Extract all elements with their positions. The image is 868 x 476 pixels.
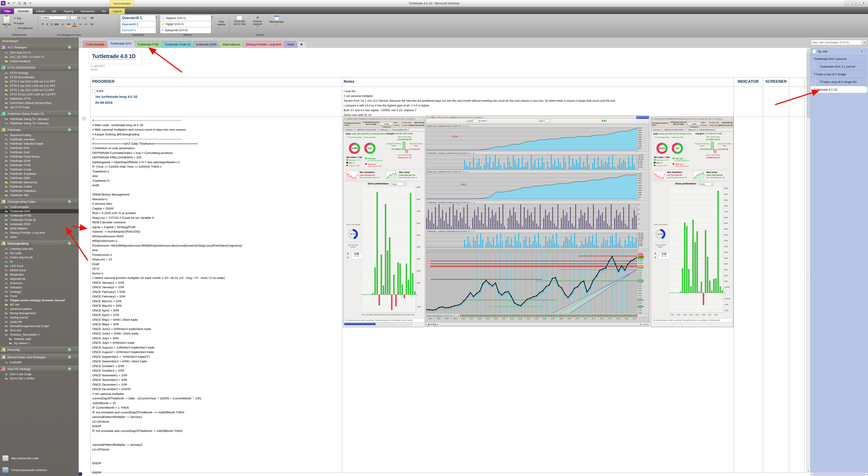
sidebar-section-item[interactable]: IG (0, 259, 79, 264)
code-line[interactable]: // Definition of code parameters (92, 146, 341, 151)
report-tab[interactable]: Orders list (378, 128, 390, 131)
section-tab[interactable]: ✱ (297, 41, 307, 48)
new-page-button[interactable]: Ny side ▼ › (811, 48, 868, 55)
sidebar-section-item[interactable]: Pathfinder indicator-Graph (0, 141, 79, 146)
sidebar-section-item[interactable]: Slettede sider (0, 337, 79, 341)
sidebar-section-item[interactable]: Pathfinder FTSE (0, 163, 79, 167)
code-line[interactable]: Tradetime=0 (92, 179, 341, 183)
code-line[interactable]: IF not onmarket and currentDayOfTheMonth… (92, 429, 341, 434)
sidebar-section-item[interactable]: advanced pattern (0, 307, 79, 311)
page-tab[interactable]: TTrade-Long v5.0 Single (811, 70, 867, 78)
code-line[interactable]: Endif (92, 262, 341, 267)
sidebar-section-item[interactable]: CFTA Strategy (0, 71, 79, 75)
code-line[interactable]: ONCE September1 = 0//f4//don't trade//?? (92, 355, 341, 359)
sidebar-section-item[interactable]: CFTA Discontinued (0, 75, 79, 79)
ribbon-tab[interactable]: Indsæt (33, 8, 49, 14)
collapse-sidebar-icon[interactable]: ‹ (75, 39, 76, 43)
sidebar-section-item[interactable]: Pathfinder Crude (0, 167, 79, 171)
align-button[interactable]: ≡▾ (90, 23, 94, 26)
ribbon-tab[interactable]: Layout (109, 8, 125, 14)
code-line[interactable]: ONCE February2 = 2//f4 (92, 294, 341, 299)
quantity-input[interactable]: 100000 (466, 120, 479, 122)
code-line[interactable]: //=================DAX Daily Timeframe==… (92, 141, 341, 146)
code-line[interactable]: midOfMonth = 15 (92, 401, 341, 406)
sidebar-section-item[interactable]: Turtletrade DAX (0, 209, 79, 213)
minimize-button[interactable]: ─ (844, 1, 852, 6)
code-line[interactable]: saisonalPatternMultiplier = January1 (92, 415, 341, 419)
misplaced-sections-button[interactable]: Forkert placerede sektioner › (2, 467, 47, 473)
code-line[interactable]: ONCE June1 = 0//f4//don't trade//dont tr… (92, 327, 341, 331)
ribbon-tab[interactable]: Tegning (60, 8, 77, 14)
gross-period-select[interactable]: Yearly▼ (699, 182, 714, 186)
code-line[interactable]: ONCE November1 = 2//f4 (92, 373, 341, 378)
highlight-button[interactable]: ab (66, 23, 70, 27)
section-tab[interactable]: initial ballance (220, 41, 245, 48)
code-line[interactable]: x2=29*factor (92, 419, 341, 424)
new-page-dropdown-icon[interactable]: ▼ (861, 50, 863, 53)
code-line[interactable] (92, 452, 341, 456)
tag-question[interactable]: ?Spørgsmål (Ctrl+3) (160, 27, 211, 33)
sidebar-section-item[interactable]: DAX strat 1m V1 (0, 51, 79, 55)
modify-probacktest-button[interactable]: Modify ProBacktest (380, 122, 393, 126)
window-controls[interactable]: ─ ▫ ✕ (418, 118, 424, 119)
dax-chart-window[interactable]: ▾DAX 12,260.0 (-0.59%) 20:31:44 Germany … (426, 116, 649, 326)
report-h-scrollbar[interactable] (344, 322, 412, 326)
probacktest-report-v4-window[interactable]: Detailed report ProBacktest turtletrade-… (651, 117, 734, 327)
proorder-code-block[interactable]: //--------------------------------------… (92, 118, 341, 475)
code-line[interactable]: if reinvest then (92, 201, 341, 207)
code-line[interactable] (92, 188, 341, 193)
code-line[interactable]: x2=29*factor (92, 447, 341, 452)
page-tab[interactable]: Turtletrade DAX 2.1 journal (816, 63, 867, 70)
sidebar-section-item[interactable]: Ninjatrader (0, 272, 79, 277)
code-line[interactable]: Tradetime=1 (92, 169, 341, 174)
scroll-tabs-left-icon[interactable]: ‹ (80, 41, 81, 44)
page-title[interactable]: Turtletrade 4.0 1D (92, 53, 136, 60)
subscript-button[interactable]: x₂ (61, 23, 65, 26)
notebook-group[interactable]: Personlig ⌃ (0, 347, 79, 353)
code-line[interactable]: ONCE July1 = 3//f4 (92, 336, 341, 341)
code-line[interactable]: ONCE December1 = 2//f4 (92, 382, 341, 387)
expand-panel-icon[interactable]: › (865, 50, 866, 53)
sidebar-section-item[interactable]: Screeners (0, 281, 79, 285)
code-line[interactable]: else (92, 248, 341, 253)
unfiled-notes-button[interactable]: Ikke-arkiverede noter (2, 455, 39, 461)
strikethrough-button[interactable]: abe (54, 23, 58, 26)
notebook-group[interactable]: Pathfinder Swing Trades 1D ⌃ (0, 110, 79, 117)
code-line[interactable]: DEFPARAM PRELOADBARS = 100 (92, 155, 341, 160)
sidebar-section-item[interactable]: Elsborg Portfolio- Long term (0, 230, 79, 235)
todo-checkbox-icon[interactable] (92, 90, 96, 93)
sidebar-section-item[interactable]: Pathfinder CFTA (0, 96, 79, 101)
bold-button[interactable]: F (41, 23, 45, 26)
style-heading1[interactable]: Overskrift 1 (120, 15, 156, 21)
code-line[interactable]: ONCE March1 = 2//f4 (92, 299, 341, 304)
collapse-group-icon[interactable]: ⌃ (74, 46, 76, 49)
code-line[interactable]: Positionsize= MAX(MINpositionsize,MIN(MA… (92, 244, 341, 248)
notebook-group[interactable]: Elsborgtrading Codes ⌃ (0, 198, 79, 205)
code-line[interactable]: x5=0 (92, 266, 341, 271)
notebook-group[interactable]: Pathfinder ⌃ (0, 127, 79, 133)
page-tab[interactable]: TTrade-Long v6.0 Single DA (816, 78, 867, 86)
sidebar-section-item[interactable]: Seasonal trading (0, 133, 79, 137)
sidebar-section-item[interactable]: Pathfinder Gold (0, 150, 79, 154)
sidebar-section-item[interactable]: EEUU 500 1 HORA (0, 376, 79, 381)
notes-line[interactable]: Both 3.0 and 4.0 has capital =20000, ris… (344, 108, 795, 113)
window-controls[interactable]: ⊞─▫✕ (636, 116, 649, 119)
sidebar-section-item[interactable]: Turtle template (0, 205, 79, 209)
email-page-button[interactable]: Send side som e-mail (232, 16, 247, 25)
section-tab[interactable]: Elsborg Portfolio- Long term (243, 41, 286, 48)
code-line[interactable]: DEFPARAM CumulateOrders = true // Cumula… (92, 151, 341, 156)
sidebar-section-item[interactable]: Pathfinder NatureGas (0, 180, 79, 184)
font-family-select[interactable]: Calibri▾ (41, 16, 68, 20)
notebook-group[interactable]: Manuel trades and Strategies ⌃ (0, 354, 79, 360)
ribbon-tab[interactable]: Startside (14, 8, 32, 14)
style-heading3[interactable]: Overskrift 3 (120, 27, 156, 33)
notes-block[interactable]: I took the// set saisonal multiplierSect… (344, 89, 795, 118)
section-tab[interactable]: Aktier (284, 41, 299, 48)
code-line[interactable]: ENDIF (92, 424, 341, 429)
code-line[interactable] (92, 466, 341, 471)
notebook-group[interactable]: Elsborgtrading ⌃ (0, 240, 79, 247)
sidebar-section-item[interactable]: Pathfinder overview (0, 137, 79, 141)
sidebar-section-item[interactable]: Pathfinder Swing TS- January1 (0, 117, 79, 121)
sidebar-section-item[interactable]: nyttig info (0, 320, 79, 324)
copy-button[interactable]: ⧉Kopiér (14, 22, 24, 25)
